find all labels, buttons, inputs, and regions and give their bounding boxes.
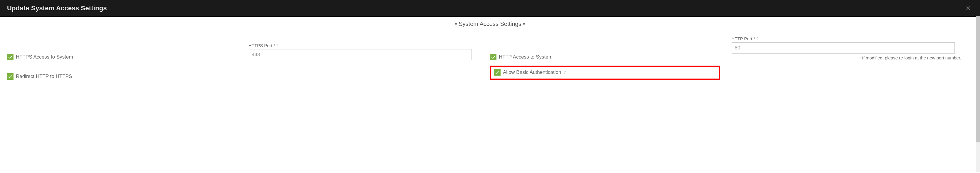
check-icon bbox=[491, 55, 496, 59]
col-http-port: HTTP Port * ? * If modified, please re-l… bbox=[732, 36, 973, 60]
col-empty-1 bbox=[249, 66, 490, 80]
checkbox-http-access[interactable] bbox=[490, 54, 496, 60]
check-icon bbox=[8, 55, 13, 59]
check-icon bbox=[495, 70, 500, 75]
help-icon[interactable]: ? bbox=[756, 37, 759, 41]
label-https-access: HTTPS Access to System bbox=[16, 54, 73, 60]
scrollbar-thumb[interactable] bbox=[976, 16, 980, 98]
label-https-port: HTTPS Port * ? bbox=[249, 43, 479, 48]
scrollbar[interactable] bbox=[976, 16, 980, 98]
row-2: Redirect HTTP to HTTPS Allow Basic Authe… bbox=[7, 60, 973, 80]
label-redirect: Redirect HTTP to HTTPS bbox=[16, 74, 72, 79]
close-icon[interactable]: × bbox=[964, 4, 973, 12]
checkbox-https-access[interactable] bbox=[7, 54, 13, 60]
col-https-port: HTTPS Port * ? bbox=[249, 36, 490, 60]
field-allow-basic: Allow Basic Authentication ? bbox=[494, 69, 566, 75]
col-redirect: Redirect HTTP to HTTPS bbox=[7, 66, 249, 80]
checkbox-redirect[interactable] bbox=[7, 73, 13, 80]
section-system-access: • System Access Settings • HTTPS Access … bbox=[7, 25, 973, 80]
highlight-allow-basic: Allow Basic Authentication ? bbox=[490, 66, 720, 80]
section-title-wrap: • System Access Settings • bbox=[7, 22, 973, 27]
checkbox-allow-basic[interactable] bbox=[494, 69, 501, 75]
check-icon bbox=[8, 74, 13, 79]
label-http-port: HTTP Port * ? bbox=[732, 36, 961, 41]
input-http-port[interactable] bbox=[732, 42, 955, 54]
label-allow-basic: Allow Basic Authentication bbox=[503, 69, 561, 75]
input-https-port[interactable] bbox=[249, 49, 472, 60]
col-http-access: HTTP Access to System bbox=[490, 36, 732, 60]
section-title: • System Access Settings • bbox=[453, 21, 528, 27]
label-http-access: HTTP Access to System bbox=[499, 54, 552, 60]
field-redirect: Redirect HTTP to HTTPS bbox=[7, 73, 237, 80]
help-icon[interactable]: ? bbox=[276, 43, 278, 48]
row-1: HTTPS Access to System HTTPS Port * ? HT… bbox=[7, 31, 973, 60]
modal-title: Update System Access Settings bbox=[7, 5, 107, 12]
col-https-access: HTTPS Access to System bbox=[7, 36, 249, 60]
modal-body: • System Access Settings • HTTPS Access … bbox=[0, 17, 980, 98]
port-hint: * If modified, please re-login at the ne… bbox=[732, 55, 961, 60]
field-https-access: HTTPS Access to System bbox=[7, 54, 237, 60]
field-http-access: HTTP Access to System bbox=[490, 54, 720, 60]
help-icon[interactable]: ? bbox=[563, 70, 566, 75]
modal-header: Update System Access Settings × bbox=[0, 0, 980, 17]
label-https-port-text: HTTPS Port * bbox=[249, 43, 275, 48]
col-allow-basic: Allow Basic Authentication ? bbox=[490, 66, 732, 80]
col-empty-2 bbox=[732, 66, 973, 80]
label-http-port-text: HTTP Port * bbox=[732, 36, 756, 41]
